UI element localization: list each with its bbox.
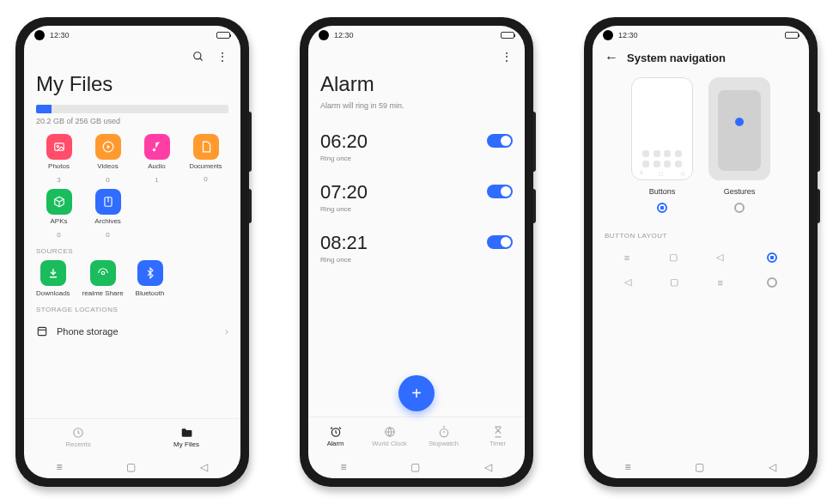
tab-alarm[interactable]: Alarm bbox=[308, 417, 362, 456]
timer-icon bbox=[492, 426, 504, 438]
svg-point-14 bbox=[440, 429, 447, 437]
note-icon bbox=[144, 134, 170, 160]
cat-documents[interactable]: Documents 0 bbox=[183, 134, 228, 184]
recent-apps-icon: ≡ bbox=[624, 252, 629, 263]
clock-bottom-nav: Alarm World Clock Stopwatch Timer bbox=[308, 416, 525, 456]
camera-hole bbox=[34, 30, 45, 40]
storage-bar-fill bbox=[36, 105, 52, 113]
search-icon[interactable] bbox=[192, 51, 204, 63]
tab-stopwatch[interactable]: Stopwatch bbox=[416, 417, 471, 456]
cat-videos[interactable]: Videos 0 bbox=[85, 134, 131, 184]
buttons-preview: ≡▢◁ bbox=[631, 77, 693, 180]
svg-point-8 bbox=[101, 271, 105, 275]
home-icon[interactable]: ▢ bbox=[410, 461, 420, 473]
phone-frame-files: 12:30 ⋮ My Files 20.2 GB of 256 GB used … bbox=[15, 17, 249, 487]
back-icon: ◁ bbox=[624, 276, 631, 288]
button-layout-heading: BUTTON LAYOUT bbox=[605, 232, 797, 240]
alarm-toggle[interactable] bbox=[487, 134, 513, 148]
svg-marker-5 bbox=[106, 145, 110, 149]
alarm-toggle[interactable] bbox=[487, 185, 513, 198]
android-nav-bar: ≡ ▢ ◁ bbox=[24, 456, 240, 478]
add-alarm-button[interactable]: + bbox=[398, 375, 435, 411]
home-icon[interactable]: ▢ bbox=[695, 461, 704, 473]
radio-layout-1[interactable] bbox=[767, 252, 777, 263]
alarm-subtitle: Alarm will ring in 59 min. bbox=[320, 101, 513, 110]
src-bluetooth[interactable]: Bluetooth bbox=[136, 260, 165, 297]
storage-bar[interactable] bbox=[36, 105, 228, 113]
layout-row-1[interactable]: ≡ ▢ ◁ bbox=[605, 245, 797, 270]
folder-icon bbox=[180, 427, 192, 439]
image-icon bbox=[46, 134, 72, 160]
src-downloads[interactable]: Downloads bbox=[36, 260, 70, 297]
doc-icon bbox=[193, 134, 219, 160]
back-icon[interactable]: ◁ bbox=[200, 461, 208, 473]
status-bar: 12:30 bbox=[308, 26, 525, 45]
page-title: Alarm bbox=[320, 72, 513, 96]
tab-recents[interactable]: Recents bbox=[24, 419, 132, 456]
screen-sysnav: 12:30 ← System navigation ≡▢◁ Buttons bbox=[593, 26, 809, 478]
status-time: 12:30 bbox=[618, 31, 638, 39]
back-arrow-icon[interactable]: ← bbox=[605, 50, 618, 65]
recent-apps-icon[interactable]: ≡ bbox=[56, 461, 62, 473]
alarm-topbar: ⋮ bbox=[320, 45, 513, 69]
cat-label: Photos bbox=[36, 163, 82, 171]
share-icon bbox=[90, 260, 116, 286]
radio-layout-2[interactable] bbox=[767, 277, 777, 288]
back-icon[interactable]: ◁ bbox=[769, 461, 776, 473]
files-bottom-nav: Recents My Files bbox=[24, 418, 240, 456]
files-topbar: ⋮ bbox=[36, 45, 228, 69]
page-title: System navigation bbox=[627, 52, 726, 64]
layout-row-2[interactable]: ◁ ▢ ≡ bbox=[605, 270, 797, 295]
svg-line-1 bbox=[200, 58, 203, 61]
storage-icon bbox=[36, 325, 48, 337]
home-icon[interactable]: ▢ bbox=[126, 461, 136, 473]
option-gestures[interactable]: Gestures bbox=[708, 77, 770, 216]
home-icon: ▢ bbox=[669, 252, 678, 263]
page-title: My Files bbox=[36, 72, 228, 96]
bluetooth-icon bbox=[137, 260, 163, 286]
play-icon bbox=[95, 134, 121, 160]
recent-apps-icon[interactable]: ≡ bbox=[340, 461, 346, 473]
more-icon[interactable]: ⋮ bbox=[216, 51, 228, 63]
back-icon[interactable]: ◁ bbox=[484, 461, 492, 473]
status-bar: 12:30 bbox=[24, 26, 240, 45]
battery-icon bbox=[501, 32, 514, 39]
more-icon[interactable]: ⋮ bbox=[501, 50, 513, 64]
home-icon: ▢ bbox=[670, 276, 678, 288]
screen-files: 12:30 ⋮ My Files 20.2 GB of 256 GB used … bbox=[24, 26, 240, 478]
option-buttons[interactable]: ≡▢◁ Buttons bbox=[631, 77, 693, 216]
alarm-item-2[interactable]: 07:20 Ring once bbox=[320, 173, 513, 223]
gestures-preview bbox=[708, 77, 770, 180]
alarm-item-1[interactable]: 06:20 Ring once bbox=[320, 122, 513, 173]
cat-archives[interactable]: Archives 0 bbox=[85, 189, 131, 239]
camera-hole bbox=[319, 30, 329, 40]
storage-text: 20.2 GB of 256 GB used bbox=[36, 117, 228, 125]
tab-world-clock[interactable]: World Clock bbox=[362, 417, 416, 456]
radio-gestures[interactable] bbox=[734, 203, 745, 213]
recent-apps-icon[interactable]: ≡ bbox=[624, 461, 630, 473]
src-realme-share[interactable]: realme Share bbox=[82, 260, 124, 297]
cube-icon bbox=[46, 189, 72, 215]
cat-photos[interactable]: Photos 3 bbox=[36, 134, 82, 184]
alarm-item-3[interactable]: 08:21 Ring once bbox=[320, 223, 513, 274]
tab-timer[interactable]: Timer bbox=[471, 417, 525, 456]
nav-style-options: ≡▢◁ Buttons Gestures bbox=[605, 77, 797, 216]
cat-audio[interactable]: Audio 1 bbox=[134, 134, 179, 184]
recent-apps-icon: ≡ bbox=[717, 277, 722, 288]
screen-alarm: 12:30 ⋮ Alarm Alarm will ring in 59 min.… bbox=[308, 26, 525, 478]
cat-count: 3 bbox=[36, 176, 82, 184]
globe-icon bbox=[384, 426, 396, 438]
status-bar: 12:30 bbox=[593, 26, 809, 45]
sources-row: Downloads realme Share Bluetooth bbox=[36, 260, 228, 297]
stopwatch-icon bbox=[438, 426, 450, 438]
back-icon: ◁ bbox=[716, 252, 723, 263]
status-time: 12:30 bbox=[334, 31, 354, 39]
alarm-toggle[interactable] bbox=[487, 235, 513, 249]
cat-apks[interactable]: APKs 0 bbox=[36, 189, 82, 239]
tab-my-files[interactable]: My Files bbox=[132, 419, 240, 456]
svg-point-3 bbox=[57, 145, 58, 147]
alarm-icon bbox=[330, 426, 342, 438]
chevron-right-icon: › bbox=[225, 325, 228, 337]
radio-buttons[interactable] bbox=[657, 203, 667, 213]
phone-storage-row[interactable]: Phone storage › bbox=[36, 319, 228, 344]
